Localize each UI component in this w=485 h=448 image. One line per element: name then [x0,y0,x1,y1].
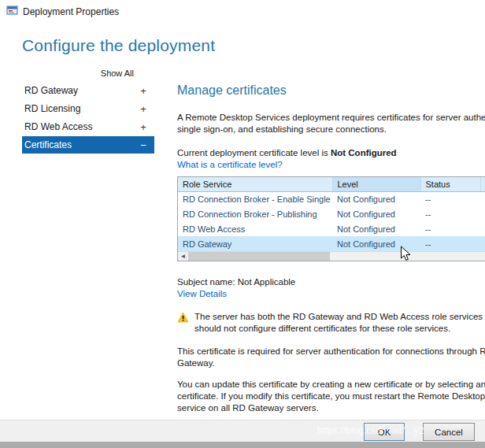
sidebar-item-label: RD Licensing [24,103,80,114]
cell-level: Not Configured [332,221,420,236]
horizontal-scrollbar[interactable]: ◄ [178,251,485,261]
cell-level: Not Configured [332,191,420,206]
column-header-status[interactable]: Status [420,177,480,191]
column-header-level[interactable]: Level [332,177,420,191]
cell-state [480,206,485,221]
cert-required-line-2: Gateway. [177,357,485,369]
sidebar-item-rd-gateway[interactable]: RD Gateway + [22,82,154,99]
certificates-table: Role Service Level Status State RD Conne… [177,176,485,261]
expand-icon[interactable]: + [139,85,148,97]
cell-role-service: RD Web Access [178,221,332,236]
view-details-link[interactable]: View Details [177,289,227,298]
warning-triangle-icon [177,312,189,325]
scrollbar-track[interactable] [330,252,485,261]
expand-icon[interactable]: + [139,103,148,115]
desktop-edge-strip [0,442,485,448]
cell-state [480,236,485,251]
sidebar-item-rd-web-access[interactable]: RD Web Access + [22,118,154,135]
scroll-left-arrow-icon[interactable]: ◄ [178,252,188,261]
update-line-2: certificate. If you modify this certific… [177,391,485,402]
update-line-1: You can update this certificate by creat… [177,379,485,391]
ok-button[interactable]: OK [364,423,405,441]
main-content: Manage certificates A Remote Desktop Ser… [177,79,485,414]
warning-line-1: The server has both the RD Gateway and R… [194,311,485,323]
sidebar-item-certificates[interactable]: Certificates − [22,136,154,154]
update-line-3: service on all RD Gateway servers. [177,402,485,414]
cell-state [480,221,485,236]
window-titlebar: Deployment Properties [0,0,485,24]
table-row[interactable]: RD Web Access Not Configured -- [178,221,485,236]
deployment-properties-icon [6,5,18,19]
table-row[interactable]: RD Connection Broker - Enable Single Sig… [178,191,485,206]
intro-line-1: A Remote Desktop Services deployment req… [177,112,485,124]
sidebar-item-label: RD Web Access [24,121,92,132]
section-heading: Manage certificates [177,83,485,98]
level-prefix: Current deployment certificate level is [177,148,331,157]
collapse-icon[interactable]: − [139,139,148,151]
cell-status: -- [420,191,480,206]
cell-status: -- [420,206,480,221]
dialog-footer: OK Cancel [0,420,485,442]
intro-paragraph: A Remote Desktop Services deployment req… [177,112,485,135]
subject-name-text: Subject name: Not Applicable [177,277,485,287]
certificate-level-help-link[interactable]: What is a certificate level? [177,160,283,169]
intro-line-2: single sign-on, and establishing secure … [177,124,485,135]
sidebar-item-rd-licensing[interactable]: RD Licensing + [22,100,154,117]
update-certificate-paragraph: You can update this certificate by creat… [177,379,485,414]
certificate-required-paragraph: This certificate is required for server … [177,346,485,369]
page-title: Configure the deployment [22,36,215,55]
scrollbar-thumb[interactable] [188,252,330,261]
column-header-state[interactable]: State [480,177,485,191]
cell-status: -- [420,236,480,251]
cell-status: -- [420,221,480,236]
cert-required-line-1: This certificate is required for server … [177,346,485,357]
cancel-button[interactable]: Cancel [423,423,475,441]
cell-level: Not Configured [332,206,420,221]
sidebar-item-label: Certificates [24,139,72,150]
table-row-selected[interactable]: RD Gateway Not Configured -- [178,236,485,251]
certificate-level-line: Current deployment certificate level is … [177,148,485,157]
window-title: Deployment Properties [23,6,119,17]
column-header-role-service[interactable]: Role Service [178,177,332,191]
warning-line-2: should not configure different certifica… [194,323,485,335]
expand-icon[interactable]: + [139,121,148,133]
cell-role-service: RD Connection Broker - Publishing [178,206,332,221]
cell-level: Not Configured [332,236,420,251]
cell-role-service: RD Connection Broker - Enable Single Sig… [178,191,332,206]
warning-message: The server has both the RD Gateway and R… [177,311,485,335]
level-value: Not Configured [331,148,397,157]
cell-role-service: RD Gateway [178,236,332,251]
table-row[interactable]: RD Connection Broker - Publishing Not Co… [178,206,485,221]
show-all-link[interactable]: Show All [22,68,154,78]
cell-state [480,191,485,206]
table-header-row: Role Service Level Status State [178,177,485,191]
sidebar-item-label: RD Gateway [24,85,78,96]
sidebar: Show All RD Gateway + RD Licensing + RD … [22,68,154,154]
